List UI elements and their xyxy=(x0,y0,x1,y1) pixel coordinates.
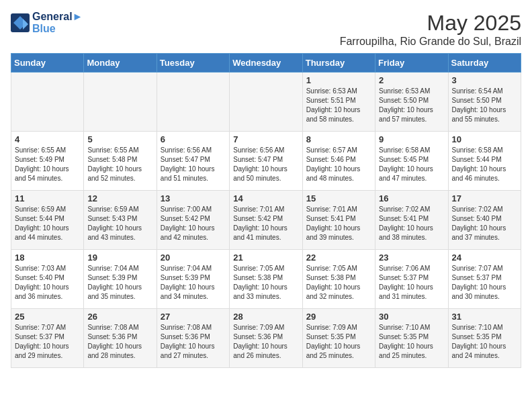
day-number: 25 xyxy=(15,312,80,322)
calendar-day-12: 12Sunrise: 6:59 AM Sunset: 5:43 PM Dayli… xyxy=(84,191,157,250)
day-info: Sunrise: 7:05 AM Sunset: 5:38 PM Dayligh… xyxy=(233,264,298,302)
day-number: 15 xyxy=(306,193,371,203)
day-info: Sunrise: 7:07 AM Sunset: 5:37 PM Dayligh… xyxy=(15,323,80,361)
calendar-day-31: 31Sunrise: 7:10 AM Sunset: 5:35 PM Dayli… xyxy=(448,309,521,368)
day-number: 30 xyxy=(379,312,444,322)
calendar-day-19: 19Sunrise: 7:04 AM Sunset: 5:39 PM Dayli… xyxy=(84,250,157,309)
calendar-day-27: 27Sunrise: 7:08 AM Sunset: 5:36 PM Dayli… xyxy=(157,309,229,368)
calendar-day-28: 28Sunrise: 7:09 AM Sunset: 5:36 PM Dayli… xyxy=(230,309,302,368)
calendar-empty-cell xyxy=(157,73,229,132)
calendar-table: SundayMondayTuesdayWednesdayThursdayFrid… xyxy=(11,53,521,368)
calendar-subtitle: Farroupilha, Rio Grande do Sul, Brazil xyxy=(340,36,521,48)
day-info: Sunrise: 7:02 AM Sunset: 5:41 PM Dayligh… xyxy=(379,205,444,242)
calendar-empty-cell xyxy=(84,73,157,132)
day-number: 24 xyxy=(452,253,517,263)
day-number: 20 xyxy=(161,253,226,263)
calendar-empty-cell xyxy=(230,73,302,132)
day-number: 3 xyxy=(452,75,517,85)
calendar-day-20: 20Sunrise: 7:04 AM Sunset: 5:39 PM Dayli… xyxy=(157,250,229,309)
day-number: 8 xyxy=(306,134,371,144)
day-header-thursday: Thursday xyxy=(302,54,375,73)
day-number: 23 xyxy=(379,253,444,263)
day-info: Sunrise: 6:58 AM Sunset: 5:44 PM Dayligh… xyxy=(452,146,517,183)
day-number: 29 xyxy=(306,312,371,322)
title-block: May 2025 Farroupilha, Rio Grande do Sul,… xyxy=(340,11,521,48)
day-info: Sunrise: 6:56 AM Sunset: 5:47 PM Dayligh… xyxy=(161,146,226,183)
calendar-title: May 2025 xyxy=(340,11,521,36)
day-number: 1 xyxy=(306,75,371,85)
calendar-day-10: 10Sunrise: 6:58 AM Sunset: 5:44 PM Dayli… xyxy=(448,132,521,191)
calendar-day-26: 26Sunrise: 7:08 AM Sunset: 5:36 PM Dayli… xyxy=(84,309,157,368)
calendar-day-18: 18Sunrise: 7:03 AM Sunset: 5:40 PM Dayli… xyxy=(11,250,84,309)
calendar-day-3: 3Sunrise: 6:54 AM Sunset: 5:50 PM Daylig… xyxy=(448,73,521,132)
day-info: Sunrise: 7:00 AM Sunset: 5:42 PM Dayligh… xyxy=(161,205,226,242)
day-number: 14 xyxy=(233,193,298,203)
day-number: 12 xyxy=(87,193,152,203)
calendar-day-25: 25Sunrise: 7:07 AM Sunset: 5:37 PM Dayli… xyxy=(11,309,84,368)
day-info: Sunrise: 6:57 AM Sunset: 5:46 PM Dayligh… xyxy=(306,146,371,183)
day-info: Sunrise: 6:53 AM Sunset: 5:51 PM Dayligh… xyxy=(306,87,371,124)
day-info: Sunrise: 6:59 AM Sunset: 5:44 PM Dayligh… xyxy=(15,205,80,242)
day-info: Sunrise: 7:03 AM Sunset: 5:40 PM Dayligh… xyxy=(15,264,80,302)
day-info: Sunrise: 6:56 AM Sunset: 5:47 PM Dayligh… xyxy=(233,146,298,183)
calendar-day-5: 5Sunrise: 6:55 AM Sunset: 5:48 PM Daylig… xyxy=(84,132,157,191)
day-header-monday: Monday xyxy=(84,54,157,73)
calendar-day-6: 6Sunrise: 6:56 AM Sunset: 5:47 PM Daylig… xyxy=(157,132,229,191)
day-info: Sunrise: 6:58 AM Sunset: 5:45 PM Dayligh… xyxy=(379,146,444,183)
day-info: Sunrise: 6:53 AM Sunset: 5:50 PM Dayligh… xyxy=(379,87,444,124)
calendar-week-row: 1Sunrise: 6:53 AM Sunset: 5:51 PM Daylig… xyxy=(11,73,521,132)
day-header-saturday: Saturday xyxy=(448,54,521,73)
day-number: 2 xyxy=(379,75,444,85)
calendar-day-11: 11Sunrise: 6:59 AM Sunset: 5:44 PM Dayli… xyxy=(11,191,84,250)
logo-text: General► Blue xyxy=(32,11,83,35)
calendar-day-22: 22Sunrise: 7:05 AM Sunset: 5:38 PM Dayli… xyxy=(302,250,375,309)
day-number: 7 xyxy=(233,134,298,144)
calendar-week-row: 25Sunrise: 7:07 AM Sunset: 5:37 PM Dayli… xyxy=(11,309,521,368)
day-info: Sunrise: 7:04 AM Sunset: 5:39 PM Dayligh… xyxy=(87,264,152,302)
day-info: Sunrise: 7:09 AM Sunset: 5:36 PM Dayligh… xyxy=(233,323,298,361)
day-info: Sunrise: 7:05 AM Sunset: 5:38 PM Dayligh… xyxy=(306,264,371,302)
calendar-week-row: 4Sunrise: 6:55 AM Sunset: 5:49 PM Daylig… xyxy=(11,132,521,191)
day-info: Sunrise: 7:04 AM Sunset: 5:39 PM Dayligh… xyxy=(161,264,226,302)
day-number: 27 xyxy=(161,312,226,322)
day-info: Sunrise: 7:10 AM Sunset: 5:35 PM Dayligh… xyxy=(452,323,517,361)
day-info: Sunrise: 7:10 AM Sunset: 5:35 PM Dayligh… xyxy=(379,323,444,361)
day-info: Sunrise: 6:55 AM Sunset: 5:48 PM Dayligh… xyxy=(87,146,152,183)
day-number: 17 xyxy=(452,193,517,203)
calendar-day-21: 21Sunrise: 7:05 AM Sunset: 5:38 PM Dayli… xyxy=(230,250,302,309)
day-info: Sunrise: 7:02 AM Sunset: 5:40 PM Dayligh… xyxy=(452,205,517,242)
day-header-sunday: Sunday xyxy=(11,54,84,73)
day-info: Sunrise: 7:01 AM Sunset: 5:42 PM Dayligh… xyxy=(233,205,298,242)
day-number: 22 xyxy=(306,253,371,263)
day-number: 5 xyxy=(87,134,152,144)
day-header-wednesday: Wednesday xyxy=(230,54,302,73)
calendar-day-16: 16Sunrise: 7:02 AM Sunset: 5:41 PM Dayli… xyxy=(375,191,448,250)
day-number: 31 xyxy=(452,312,517,322)
day-number: 9 xyxy=(379,134,444,144)
day-info: Sunrise: 6:54 AM Sunset: 5:50 PM Dayligh… xyxy=(452,87,517,124)
calendar-header-row: SundayMondayTuesdayWednesdayThursdayFrid… xyxy=(11,54,521,73)
calendar-empty-cell xyxy=(11,73,84,132)
calendar-day-8: 8Sunrise: 6:57 AM Sunset: 5:46 PM Daylig… xyxy=(302,132,375,191)
day-number: 10 xyxy=(452,134,517,144)
day-header-tuesday: Tuesday xyxy=(157,54,229,73)
calendar-day-30: 30Sunrise: 7:10 AM Sunset: 5:35 PM Dayli… xyxy=(375,309,448,368)
calendar-day-15: 15Sunrise: 7:01 AM Sunset: 5:41 PM Dayli… xyxy=(302,191,375,250)
day-header-friday: Friday xyxy=(375,54,448,73)
day-info: Sunrise: 7:08 AM Sunset: 5:36 PM Dayligh… xyxy=(87,323,152,361)
calendar-day-9: 9Sunrise: 6:58 AM Sunset: 5:45 PM Daylig… xyxy=(375,132,448,191)
day-number: 16 xyxy=(379,193,444,203)
day-info: Sunrise: 7:01 AM Sunset: 5:41 PM Dayligh… xyxy=(306,205,371,242)
day-info: Sunrise: 6:55 AM Sunset: 5:49 PM Dayligh… xyxy=(15,146,80,183)
calendar-day-29: 29Sunrise: 7:09 AM Sunset: 5:35 PM Dayli… xyxy=(302,309,375,368)
day-number: 11 xyxy=(15,193,80,203)
logo-icon xyxy=(11,13,30,32)
logo: General► Blue xyxy=(11,11,83,35)
day-number: 18 xyxy=(15,253,80,263)
calendar-day-2: 2Sunrise: 6:53 AM Sunset: 5:50 PM Daylig… xyxy=(375,73,448,132)
calendar-day-17: 17Sunrise: 7:02 AM Sunset: 5:40 PM Dayli… xyxy=(448,191,521,250)
calendar-day-23: 23Sunrise: 7:06 AM Sunset: 5:37 PM Dayli… xyxy=(375,250,448,309)
day-number: 26 xyxy=(87,312,152,322)
calendar-day-13: 13Sunrise: 7:00 AM Sunset: 5:42 PM Dayli… xyxy=(157,191,229,250)
day-number: 13 xyxy=(161,193,226,203)
